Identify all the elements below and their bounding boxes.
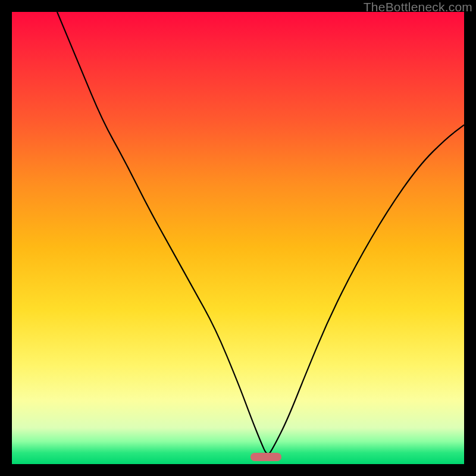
curve-layer: [12, 12, 464, 464]
bottleneck-curve: [57, 12, 464, 453]
chart-frame: TheBottleneck.com: [0, 0, 476, 476]
plot-area: [12, 12, 464, 464]
